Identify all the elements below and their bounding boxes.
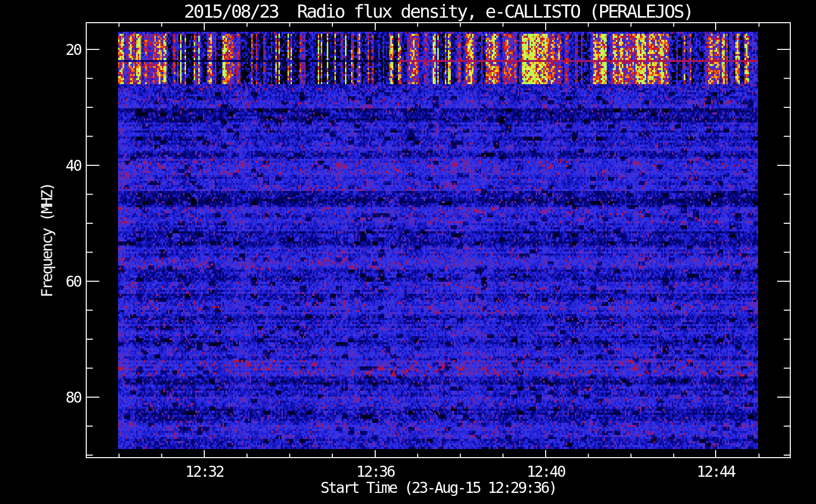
page-title: 2015/08/23 Radio flux density, e-CALLIST… <box>184 1 692 22</box>
y-tick-label: 60 <box>66 273 81 290</box>
x-tick-label: 12:36 <box>356 463 394 480</box>
y-axis-label: Frequency (MHZ) <box>38 183 56 297</box>
y-tick-label: 40 <box>66 157 81 174</box>
x-tick-label: 12:44 <box>696 463 734 480</box>
spectrogram-figure: 2015/08/23 Radio flux density, e-CALLIST… <box>0 0 816 504</box>
spectrogram-canvas <box>0 0 816 504</box>
y-tick-label: 20 <box>66 41 81 58</box>
x-axis-label: Start Time (23-Aug-15 12:29:36) <box>321 479 556 496</box>
x-tick-label: 12:40 <box>527 463 564 480</box>
y-tick-label: 80 <box>66 389 81 406</box>
x-tick-label: 12:32 <box>185 463 223 480</box>
